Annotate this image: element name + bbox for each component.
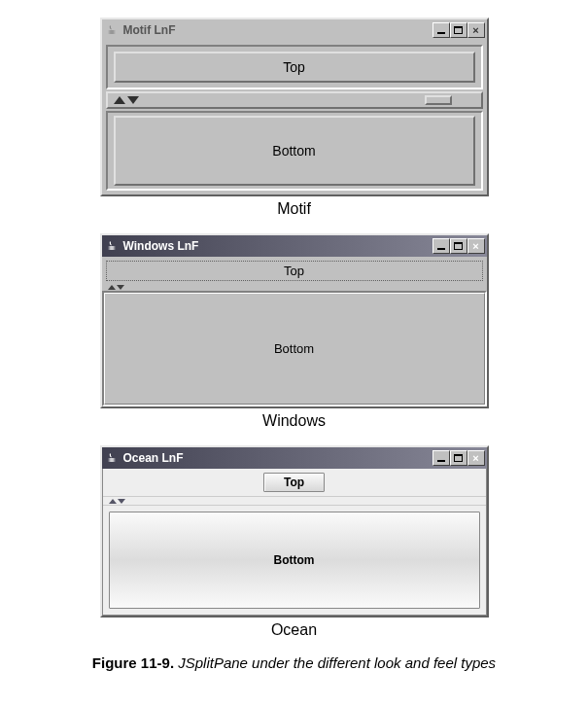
- titlebar[interactable]: Ocean LnF ×: [102, 447, 487, 469]
- split-divider[interactable]: [106, 91, 483, 109]
- split-divider[interactable]: [103, 496, 486, 506]
- titlebar[interactable]: Windows LnF ×: [102, 235, 487, 257]
- top-button[interactable]: Top: [114, 52, 475, 83]
- maximize-icon: [454, 454, 463, 462]
- top-button-label: Top: [284, 264, 304, 278]
- titlebar[interactable]: Motif LnF ×: [102, 19, 487, 41]
- window-body: Top Bottom: [102, 41, 487, 194]
- top-button[interactable]: Top: [106, 261, 483, 281]
- split-top-panel: Top: [106, 45, 483, 89]
- minimize-icon: [437, 460, 445, 462]
- figure-number: Figure 11-9.: [92, 654, 174, 671]
- divider-grip[interactable]: [425, 95, 452, 105]
- minimize-button[interactable]: [432, 22, 450, 38]
- windows-caption: Windows: [10, 412, 578, 430]
- collapse-up-icon[interactable]: [114, 96, 125, 104]
- java-icon: [104, 22, 120, 38]
- minimize-icon: [437, 32, 445, 34]
- figure-caption: Figure 11-9. JSplitPane under the differ…: [10, 654, 578, 671]
- window-title: Windows LnF: [123, 239, 199, 253]
- split-divider[interactable]: [102, 283, 487, 291]
- window-title: Motif LnF: [123, 23, 176, 37]
- window-body: Top Bottom: [102, 257, 487, 406]
- close-button[interactable]: ×: [467, 450, 485, 466]
- maximize-icon: [454, 26, 463, 34]
- split-bottom-panel: Bottom: [106, 111, 483, 191]
- minimize-button[interactable]: [432, 450, 450, 466]
- java-icon: [104, 450, 120, 466]
- ocean-window: Ocean LnF × Top Bottom: [100, 445, 489, 618]
- maximize-button[interactable]: [450, 238, 467, 254]
- close-button[interactable]: ×: [467, 238, 485, 254]
- window-controls: ×: [432, 22, 485, 38]
- divider-arrows: [114, 96, 139, 104]
- top-button-label: Top: [283, 59, 305, 75]
- minimize-icon: [437, 248, 445, 250]
- window-controls: ×: [432, 450, 485, 466]
- split-bottom-panel: Bottom: [103, 506, 486, 615]
- split-bottom-panel: Bottom: [102, 291, 487, 406]
- bottom-button[interactable]: Bottom: [104, 293, 485, 405]
- window-title: Ocean LnF: [123, 451, 184, 465]
- bottom-button-label: Bottom: [274, 553, 315, 567]
- close-icon: ×: [472, 25, 478, 36]
- close-icon: ×: [472, 241, 478, 252]
- close-button[interactable]: ×: [467, 22, 485, 38]
- maximize-button[interactable]: [450, 22, 467, 38]
- maximize-button[interactable]: [450, 450, 467, 466]
- figure-text: JSplitPane under the different look and …: [178, 654, 496, 671]
- java-icon: [104, 238, 120, 254]
- bottom-button-label: Bottom: [272, 143, 315, 159]
- minimize-button[interactable]: [432, 238, 450, 254]
- collapse-up-icon[interactable]: [109, 499, 117, 504]
- maximize-icon: [454, 242, 463, 250]
- collapse-down-icon[interactable]: [118, 499, 125, 504]
- windows-window: Windows LnF × Top Bottom: [100, 233, 489, 408]
- motif-window: Motif LnF × Top Bottom: [100, 18, 489, 196]
- collapse-down-icon[interactable]: [117, 285, 124, 290]
- bottom-button-label: Bottom: [274, 341, 314, 356]
- close-icon: ×: [472, 453, 478, 464]
- bottom-button[interactable]: Bottom: [114, 116, 475, 186]
- ocean-caption: Ocean: [10, 621, 578, 639]
- top-button[interactable]: Top: [263, 473, 325, 492]
- window-body: Top Bottom: [102, 469, 487, 616]
- split-top-panel: Top: [102, 257, 487, 283]
- collapse-down-icon[interactable]: [127, 96, 139, 104]
- split-top-panel: Top: [103, 469, 486, 496]
- top-button-label: Top: [284, 476, 304, 489]
- bottom-button[interactable]: Bottom: [109, 512, 480, 609]
- motif-caption: Motif: [10, 200, 578, 218]
- collapse-up-icon[interactable]: [108, 285, 116, 290]
- window-controls: ×: [432, 238, 485, 254]
